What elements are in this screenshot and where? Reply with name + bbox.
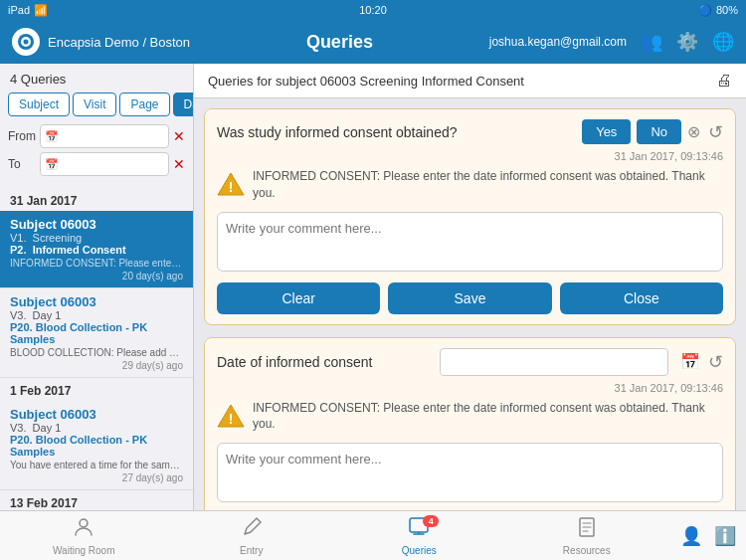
main-layout: 4 Queries Subject Visit Page Date From 📅… <box>0 64 746 510</box>
info-icon[interactable]: ℹ️ <box>714 525 736 547</box>
svg-text:!: ! <box>229 411 234 427</box>
from-clear[interactable]: ✕ <box>173 128 185 144</box>
subject-visit: V1. Screening <box>10 232 183 244</box>
bluetooth-icon: 🔵 <box>698 4 712 17</box>
filter-page[interactable]: Page <box>119 93 169 116</box>
date-group-1: 31 Jan 2017 <box>0 188 193 211</box>
app-logo <box>12 28 40 56</box>
close-button-1[interactable]: Close <box>560 282 723 314</box>
query-msg-col-2: INFORMED CONSENT: Please enter the date … <box>253 400 723 434</box>
status-bar: iPad 📶 10:20 🔵 80% <box>0 0 746 20</box>
nav-label-entry: Entry <box>240 545 263 556</box>
subject-age: 27 day(s) ago <box>10 472 183 483</box>
globe-icon[interactable]: 🌐 <box>712 31 734 53</box>
query-msg-text-2: INFORMED CONSENT: Please enter the date … <box>253 400 723 434</box>
from-label: From <box>8 129 36 143</box>
nav-label-waiting-room: Waiting Room <box>53 545 114 556</box>
subject-preview: INFORMED CONSENT: Please enter th... <box>10 258 183 269</box>
waiting-room-icon <box>73 516 94 543</box>
wifi-icon: 📶 <box>34 4 48 17</box>
subject-visit: V3. Day 1 <box>10 309 183 321</box>
history-icon-2[interactable]: ↺ <box>708 351 723 373</box>
query-question-2: Date of informed consent <box>217 354 432 370</box>
header-left: Encapsia Demo / Boston <box>12 28 190 56</box>
date-group-2: 1 Feb 2017 <box>0 378 193 401</box>
query-message-2: ! INFORMED CONSENT: Please enter the dat… <box>205 396 735 440</box>
svg-text:!: ! <box>229 179 234 195</box>
from-input[interactable]: 📅 <box>40 124 169 148</box>
query-comment-2[interactable] <box>217 443 723 502</box>
warning-icon-1: ! <box>217 170 245 198</box>
query-comment-1[interactable] <box>217 212 723 272</box>
nav-resources[interactable]: Resources <box>503 511 671 560</box>
filter-visit[interactable]: Visit <box>73 93 116 116</box>
to-calendar-icon: 📅 <box>45 158 59 171</box>
yes-button[interactable]: Yes <box>582 119 631 144</box>
clear-button-1[interactable]: Clear <box>217 282 380 314</box>
query-timestamp-1: 31 Jan 2017, 09:13:46 <box>205 150 735 164</box>
list-item[interactable]: Subject 06003 V3. Day 1 P20. Blood Colle… <box>0 401 193 490</box>
content-title: Queries for subject 06003 Screening Info… <box>208 74 524 89</box>
status-right: 🔵 80% <box>698 4 738 17</box>
calendar-icon-2[interactable]: 📅 <box>680 352 700 371</box>
filter-buttons: Subject Visit Page Date <box>0 93 193 124</box>
subject-age: 29 day(s) ago <box>10 360 183 371</box>
queries-badge: 4 <box>423 515 439 527</box>
subject-preview: You have entered a time for the samp... <box>10 460 183 470</box>
svg-point-7 <box>80 519 88 527</box>
to-clear[interactable]: ✕ <box>173 156 185 172</box>
date-filters: From 📅 ✕ To 📅 ✕ <box>0 124 193 188</box>
gear-icon[interactable]: ⚙️ <box>676 31 698 53</box>
to-input[interactable]: 📅 <box>40 152 169 176</box>
no-button[interactable]: No <box>637 119 681 144</box>
bottom-nav: Waiting Room Entry 4 Queries Resources <box>0 510 746 560</box>
subject-name: Subject 06003 <box>10 294 183 309</box>
person-circle-icon[interactable]: 👤 <box>680 525 702 547</box>
date-field-input[interactable] <box>440 348 668 376</box>
nav-label-queries: Queries <box>402 545 437 556</box>
resources-icon <box>576 516 598 543</box>
ipad-label: iPad <box>8 4 30 16</box>
to-row: To 📅 ✕ <box>8 152 185 176</box>
dismiss-button[interactable]: ⊗ <box>687 122 700 141</box>
from-row: From 📅 ✕ <box>8 124 185 148</box>
subject-name: Subject 06003 <box>10 407 183 422</box>
save-button-1[interactable]: Save <box>388 282 551 314</box>
content-header: Queries for subject 06003 Screening Info… <box>194 64 746 98</box>
nav-waiting-room[interactable]: Waiting Room <box>0 511 168 560</box>
warning-icon-2: ! <box>217 402 245 430</box>
history-icon-1[interactable]: ↺ <box>708 121 723 143</box>
subject-page: P20. Blood Collection - PK Samples <box>10 321 183 345</box>
print-icon[interactable]: 🖨 <box>716 72 732 90</box>
user-email: joshua.kegan@gmail.com <box>489 35 627 49</box>
header: Encapsia Demo / Boston Queries joshua.ke… <box>0 20 746 64</box>
query-card-2: Date of informed consent 📅 ↺ 31 Jan 2017… <box>204 337 736 510</box>
list-item[interactable]: Subject 06003 V3. Day 1 P20. Blood Colle… <box>0 288 193 378</box>
to-label: To <box>8 157 36 171</box>
query-msg-text-1: INFORMED CONSENT: Please enter the date … <box>253 168 723 202</box>
filter-subject[interactable]: Subject <box>8 93 70 116</box>
content-area: Queries for subject 06003 Screening Info… <box>194 64 746 510</box>
query-question-1: Was study informed consent obtained? <box>217 124 582 140</box>
query-timestamp-2: 31 Jan 2017, 09:13:46 <box>205 382 735 396</box>
filter-date[interactable]: Date <box>173 93 194 116</box>
query-msg-col-1: INFORMED CONSENT: Please enter the date … <box>253 168 723 202</box>
status-time: 10:20 <box>359 4 387 16</box>
from-calendar-icon: 📅 <box>45 130 59 143</box>
query-message-1: ! INFORMED CONSENT: Please enter the dat… <box>205 164 735 208</box>
nav-entry[interactable]: Entry <box>168 511 336 560</box>
sidebar: 4 Queries Subject Visit Page Date From 📅… <box>0 64 194 510</box>
date-group-3: 13 Feb 2017 <box>0 490 193 510</box>
header-right: joshua.kegan@gmail.com 👥 ⚙️ 🌐 <box>489 31 734 53</box>
content-scroll[interactable]: Was study informed consent obtained? Yes… <box>194 98 746 510</box>
status-left: iPad 📶 <box>8 4 48 17</box>
nav-label-resources: Resources <box>563 545 611 556</box>
users-icon[interactable]: 👥 <box>641 31 662 53</box>
nav-queries[interactable]: 4 Queries <box>335 511 503 560</box>
query-card-2-header: Date of informed consent 📅 ↺ <box>205 338 735 382</box>
svg-point-2 <box>24 40 29 45</box>
subject-age: 20 day(s) ago <box>10 271 183 281</box>
list-item[interactable]: Subject 06003 V1. Screening P2. Informed… <box>0 211 193 288</box>
query-card-1-header: Was study informed consent obtained? Yes… <box>205 109 735 150</box>
entry-icon <box>241 516 263 543</box>
